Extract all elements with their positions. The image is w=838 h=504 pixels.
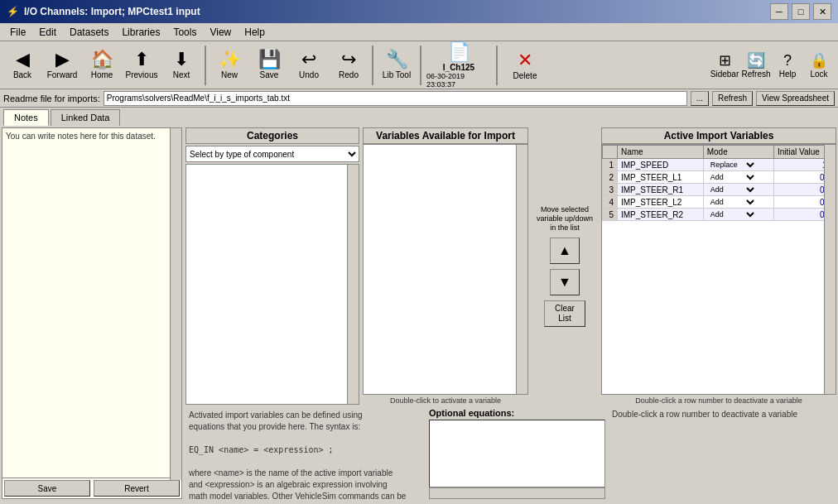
window-title: I/O Channels: Import; MPCtest1 input [24,6,200,17]
categories-dropdown[interactable]: Select by type of component [185,146,359,162]
notes-text[interactable]: You can write notes here for this datase… [2,128,181,478]
maximize-button[interactable]: □ [792,3,810,20]
move-down-button[interactable]: ▼ [550,269,580,295]
row-name: IMP_STEER_L2 [617,196,703,209]
mode-select[interactable]: Add Add Replace Multiply [707,197,757,207]
categories-scrollbar[interactable] [347,165,359,404]
row-name: IMP_SPEED [617,159,703,171]
mode-select[interactable]: Replace Add Replace Multiply [707,160,757,170]
mode-select[interactable]: Add Add Replace Multiply [707,185,757,194]
lock-button[interactable]: 🔒 Lock [803,44,835,87]
menu-file[interactable]: File [3,25,32,40]
row-mode[interactable]: Add Add Replace Multiply [703,209,773,221]
save-button[interactable]: 💾 Save [250,44,288,87]
help-button[interactable]: ? Help [772,44,803,87]
menu-view[interactable]: View [203,25,238,40]
save-icon: 💾 [258,50,281,69]
redo-button[interactable]: ↪ Redo [330,44,368,87]
readme-bar: Readme file for imports: ... Refresh Vie… [0,89,838,108]
readme-path-input[interactable] [104,91,687,106]
forward-icon: ▶ [55,50,70,69]
home-button[interactable]: 🏠 Home [83,44,121,87]
tab-linked-data[interactable]: Linked Data [51,109,121,126]
notes-revert-button[interactable]: Revert [94,480,180,497]
previous-icon: ⬆ [134,50,149,69]
libtool-button[interactable]: 🔧 Lib Tool [378,44,416,87]
sidebar-button[interactable]: ⊞ Sidebar [709,44,740,87]
back-button[interactable]: ◀ Back [3,44,41,87]
variables-footer: Double-click to activate a variable [363,396,528,405]
back-icon: ◀ [16,50,30,69]
table-row[interactable]: 4 IMP_STEER_L2 Add Add Replace Multiply … [603,196,836,209]
libtool-icon: 🔧 [386,50,408,69]
active-variables-table: Name Mode Initial Value 1 IMP_SPEED Repl… [602,145,836,221]
parsfile-icon: 📄 [448,41,470,63]
menu-datasets[interactable]: Datasets [63,25,115,40]
variables-title: Variables Available for Import [363,127,528,144]
refresh-button[interactable]: 🔄 Refresh [740,44,772,87]
table-row[interactable]: 3 IMP_STEER_R1 Add Add Replace Multiply … [603,184,836,196]
optional-equations-hscroll[interactable] [429,487,605,499]
variables-scrollbar[interactable] [516,145,527,394]
notes-scrollbar[interactable] [170,128,181,480]
table-row[interactable]: 1 IMP_SPEED Replace Add Replace Multiply… [603,159,836,171]
tab-notes[interactable]: Notes [3,109,49,126]
active-variables-column: Active Import Variables Name Mode Initia… [601,127,836,405]
undo-button[interactable]: ↩ Undo [290,44,328,87]
notes-save-button[interactable]: Save [4,480,90,497]
menu-libraries[interactable]: Libraries [115,25,166,40]
previous-button[interactable]: ⬆ Previous [123,44,161,87]
forward-button[interactable]: ▶ Forward [43,44,81,87]
menu-edit[interactable]: Edit [32,25,63,40]
clear-list-button[interactable]: ClearList [544,300,585,327]
row-mode[interactable]: Add Add Replace Multiply [703,196,773,209]
row-number[interactable]: 1 [603,159,618,171]
next-icon: ⬇ [174,50,189,69]
minimize-button[interactable]: ─ [770,3,788,20]
new-icon: ✨ [219,50,241,69]
row-number[interactable]: 5 [603,209,618,221]
right-content: Categories Select by type of component V… [184,126,838,501]
table-row[interactable]: 2 IMP_STEER_L1 Add Add Replace Multiply … [603,171,836,184]
table-row[interactable]: 5 IMP_STEER_R2 Add Add Replace Multiply … [603,209,836,221]
menu-help[interactable]: Help [238,25,272,40]
active-variables-table-wrap: Name Mode Initial Value 1 IMP_SPEED Repl… [601,144,836,395]
mode-select[interactable]: Add Add Replace Multiply [707,209,757,219]
delete-button[interactable]: ✕ Delete [502,44,548,87]
row-name: IMP_STEER_R1 [617,184,703,196]
row-mode[interactable]: Add Add Replace Multiply [703,184,773,196]
variables-list[interactable] [363,144,528,395]
menu-tools[interactable]: Tools [166,25,203,40]
close-button[interactable]: ✕ [813,3,831,20]
optional-equations-label: Optional equations: [429,408,605,418]
readme-browse-button[interactable]: ... [691,91,709,106]
move-buttons-panel: Move selected variable up/down in the li… [532,127,598,405]
move-up-button[interactable]: ▲ [550,238,580,264]
col-header-mode: Mode [703,146,773,159]
delete-icon: ✕ [518,50,532,71]
readme-refresh-button[interactable]: Refresh [712,91,753,106]
menubar: File Edit Datasets Libraries Tools View … [0,23,838,41]
row-number[interactable]: 3 [603,184,618,196]
optional-equations-panel: Optional equations: [429,408,605,499]
active-variables-scrollbar[interactable] [824,145,836,394]
notes-panel: You can write notes here for this datase… [2,127,182,499]
mode-select[interactable]: Add Add Replace Multiply [707,172,757,182]
active-variables-footer: Double-click a row number to deactivate … [601,396,836,405]
row-number[interactable]: 2 [603,171,618,184]
row-mode[interactable]: Add Add Replace Multiply [703,171,773,184]
row-mode[interactable]: Replace Add Replace Multiply [703,159,773,171]
redo-icon: ↪ [341,50,356,69]
help-icon: ? [783,52,792,70]
next-button[interactable]: ⬇ Next [162,44,200,87]
view-spreadsheet-button[interactable]: View Spreadsheet [756,91,835,106]
new-button[interactable]: ✨ New [210,44,248,87]
categories-list[interactable] [185,164,359,405]
parsfile-button[interactable]: 📄 I_Ch125 06-30-2019 23:03:37 [426,44,492,87]
row-number[interactable]: 4 [603,196,618,209]
main-content: You can write notes here for this datase… [0,126,838,501]
optional-equations-input[interactable] [429,420,605,487]
three-columns: Categories Select by type of component V… [185,127,836,405]
bottom-section: Activated import variables can be define… [185,408,836,499]
active-variables-title: Active Import Variables [601,127,836,144]
